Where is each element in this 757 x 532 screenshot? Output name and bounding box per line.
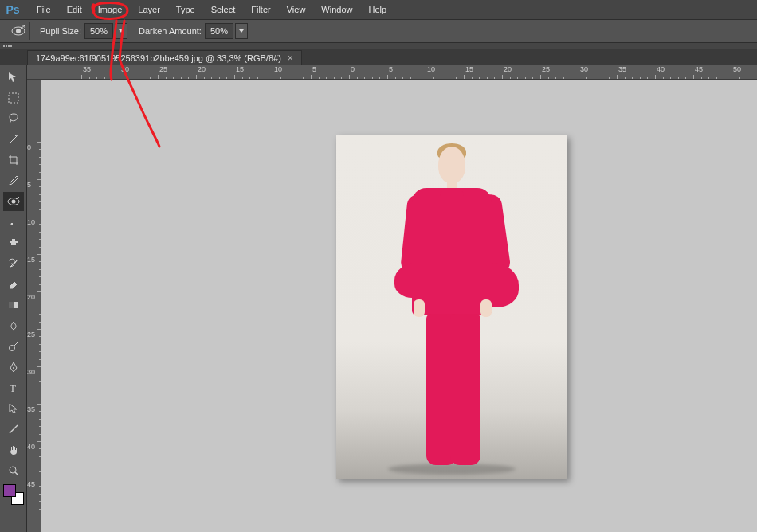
svg-line-15 <box>10 425 18 433</box>
darken-amount-label: Darken Amount: <box>139 26 202 36</box>
ruler-horizontal[interactable]: 353025201510505101520253035404550 <box>41 65 757 80</box>
workspace: T 353025201510505101520253035404550 0510… <box>0 65 757 532</box>
menubar: Ps File Edit Image Layer Type Select Fil… <box>0 0 757 19</box>
move-tool[interactable] <box>3 68 24 87</box>
pupil-size-value[interactable]: 50% <box>84 23 113 39</box>
type-tool[interactable]: T <box>3 378 24 397</box>
darken-amount-dropdown[interactable] <box>235 23 248 39</box>
menu-file[interactable]: File <box>29 2 59 18</box>
close-icon[interactable]: × <box>288 53 293 63</box>
ruler-corner <box>27 65 41 80</box>
crop-tool[interactable] <box>3 151 24 170</box>
svg-point-1 <box>16 29 21 33</box>
options-bar: Pupil Size: 50% Darken Amount: 50% <box>0 19 757 43</box>
line-tool[interactable] <box>3 420 24 439</box>
menu-layer[interactable]: Layer <box>130 2 168 18</box>
history-brush-tool[interactable] <box>3 254 24 273</box>
gradient-tool[interactable] <box>3 295 24 315</box>
menu-select[interactable]: Select <box>203 2 244 18</box>
zoom-tool[interactable] <box>3 461 24 480</box>
hand-tool[interactable] <box>3 440 24 460</box>
redeye-tool[interactable] <box>3 192 24 211</box>
menu-window[interactable]: Window <box>313 2 360 18</box>
menu-help[interactable]: Help <box>360 2 394 18</box>
foreground-color-swatch[interactable] <box>3 484 16 497</box>
menu-type[interactable]: Type <box>168 2 203 18</box>
chevron-down-icon <box>239 29 244 33</box>
svg-point-16 <box>10 467 16 473</box>
clone-stamp-tool[interactable] <box>3 233 24 252</box>
eraser-tool[interactable] <box>3 275 24 294</box>
lasso-tool[interactable] <box>3 109 24 128</box>
darken-amount-value[interactable]: 50% <box>205 23 233 39</box>
svg-point-11 <box>9 346 14 351</box>
document-tab-title: 1749a99ec61f905195256391b2bbe459.jpg @ 3… <box>36 53 281 63</box>
tools-panel: T <box>0 65 27 532</box>
chevron-down-icon <box>119 29 124 33</box>
menu-image[interactable]: Image <box>90 2 131 18</box>
document-tabbar: 1749a99ec61f905195256391b2bbe459.jpg @ 3… <box>0 49 757 65</box>
dodge-tool[interactable] <box>3 337 24 356</box>
magic-wand-tool[interactable] <box>3 130 24 149</box>
svg-point-7 <box>11 200 15 204</box>
path-selection-tool[interactable] <box>3 399 24 418</box>
document-tab[interactable]: 1749a99ec61f905195256391b2bbe459.jpg @ 3… <box>27 50 302 65</box>
redeye-icon <box>11 25 25 37</box>
active-tool-icon[interactable] <box>6 22 30 40</box>
ruler-vertical[interactable]: 051015202530354045 <box>27 80 41 532</box>
pen-tool[interactable] <box>3 358 24 377</box>
pupil-size-dropdown[interactable] <box>115 23 127 39</box>
menu-view[interactable]: View <box>279 2 314 18</box>
canvas[interactable] <box>41 80 757 532</box>
svg-text:T: T <box>10 382 16 393</box>
brush-tool[interactable] <box>3 213 24 232</box>
eyedropper-tool[interactable] <box>3 171 24 190</box>
menu-filter[interactable]: Filter <box>243 2 278 18</box>
svg-rect-10 <box>9 302 14 308</box>
canvas-area: 353025201510505101520253035404550 051015… <box>27 65 757 532</box>
panel-drag-handle[interactable] <box>0 43 27 49</box>
svg-rect-5 <box>9 93 18 103</box>
svg-line-17 <box>15 472 18 475</box>
svg-point-13 <box>13 367 14 369</box>
blur-tool[interactable] <box>3 316 24 335</box>
color-swatches[interactable] <box>3 484 24 505</box>
app-logo: Ps <box>5 2 21 18</box>
menu-edit[interactable]: Edit <box>59 2 90 18</box>
image-content <box>380 143 524 470</box>
marquee-tool[interactable] <box>3 88 24 108</box>
pupil-size-label: Pupil Size: <box>40 26 81 36</box>
document-image[interactable] <box>336 135 567 479</box>
svg-line-12 <box>14 342 18 346</box>
